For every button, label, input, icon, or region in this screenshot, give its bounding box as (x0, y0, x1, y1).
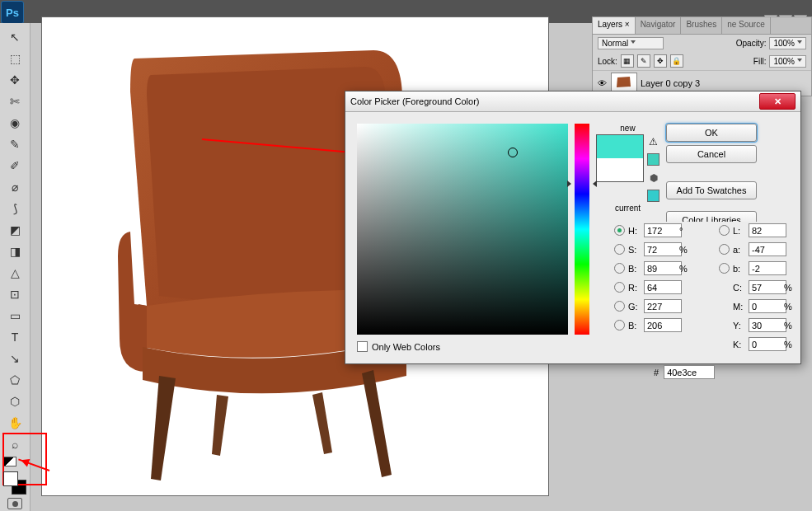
radio-bb[interactable] (614, 320, 625, 331)
radio-b2[interactable] (719, 263, 730, 274)
new-color-swatch[interactable] (597, 135, 643, 158)
tab-brushes[interactable]: Brushes (681, 17, 722, 34)
shape-tool[interactable]: ⬠ (4, 370, 26, 390)
dialog-titlebar[interactable]: Color Picker (Foreground Color) ✕ (345, 91, 800, 112)
close-button[interactable]: ✕ (759, 93, 796, 110)
blend-mode-select[interactable]: Normal (598, 37, 664, 49)
blur-tool[interactable]: △ (4, 263, 26, 283)
input-s[interactable]: 72 (644, 242, 682, 256)
input-bb[interactable]: 206 (644, 318, 682, 332)
fill-label: Fill: (753, 57, 767, 66)
gamut-warning-icon[interactable]: ⚠ (647, 136, 659, 147)
type-tool[interactable]: T (4, 327, 26, 347)
input-c[interactable]: 57 (749, 280, 786, 294)
lock-label: Lock: (598, 57, 617, 66)
history-brush-tool[interactable]: ⟆ (4, 199, 26, 218)
healing-tool[interactable]: ✎ (4, 134, 26, 154)
tab-clone-source[interactable]: ne Source (722, 17, 771, 34)
current-color-swatch[interactable] (597, 158, 643, 181)
input-k[interactable]: 0 (749, 337, 786, 351)
hex-label: # (654, 368, 659, 377)
current-label: current (615, 204, 641, 213)
tab-navigator[interactable]: Navigator (636, 17, 682, 34)
cancel-button[interactable]: Cancel (666, 145, 757, 163)
lock-trans-icon[interactable]: ▦ (621, 54, 634, 68)
hex-input[interactable]: 40e3ce (664, 365, 715, 379)
layers-panel: Layers × Navigator Brushes ne Source Nor… (592, 16, 812, 96)
pen-tool[interactable]: ▭ (4, 306, 26, 326)
path-tool[interactable]: ↘ (4, 349, 26, 368)
3d-tool[interactable]: ⬡ (4, 391, 26, 411)
radio-r[interactable] (614, 282, 625, 293)
input-b2[interactable]: -2 (749, 261, 786, 275)
panel-tabs: Layers × Navigator Brushes ne Source (593, 17, 811, 35)
brush-tool[interactable]: ✐ (4, 156, 26, 176)
new-label: new (620, 124, 635, 133)
quickmask-icon[interactable] (7, 498, 22, 509)
dialog-title: Color Picker (Foreground Color) (350, 96, 759, 106)
clone-tool[interactable]: ⌀ (4, 177, 26, 197)
websafe-swatch[interactable] (647, 190, 659, 202)
gamut-swatch[interactable] (647, 153, 659, 166)
opacity-label: Opacity: (736, 39, 767, 48)
hue-slider[interactable] (575, 124, 589, 335)
input-l[interactable]: 82 (749, 223, 786, 237)
lasso-tool[interactable]: ✥ (4, 70, 26, 90)
input-a[interactable]: -47 (749, 242, 786, 256)
lock-all-icon[interactable]: 🔒 (670, 54, 683, 68)
input-h2[interactable]: 172 (644, 223, 682, 237)
radio-s[interactable] (614, 244, 625, 255)
move-tool[interactable]: ↖ (4, 27, 26, 47)
crop-tool[interactable]: ✄ (4, 91, 26, 111)
websafe-warning-icon[interactable]: ⬢ (647, 172, 659, 183)
saturation-field[interactable] (357, 124, 568, 335)
only-web-colors-checkbox[interactable] (357, 341, 368, 352)
lock-pixels-icon[interactable]: ✎ (637, 54, 650, 68)
layer-name[interactable]: Layer 0 copy 3 (641, 78, 700, 88)
input-y[interactable]: 30 (749, 318, 786, 332)
fill-input[interactable]: 100% (769, 55, 806, 68)
input-m[interactable]: 0 (749, 299, 786, 313)
eyedropper-tool[interactable]: ◉ (4, 113, 26, 133)
app-logo: Ps (1, 1, 24, 24)
eraser-tool[interactable]: ◩ (4, 220, 26, 240)
color-preview (596, 134, 644, 182)
tab-layers[interactable]: Layers × (593, 17, 636, 34)
saturation-marker[interactable] (508, 148, 518, 157)
gradient-tool[interactable]: ◨ (4, 241, 26, 261)
radio-a[interactable] (719, 244, 730, 255)
radio-g[interactable] (614, 301, 625, 312)
only-web-colors-label: Only Web Colors (372, 342, 440, 352)
dodge-tool[interactable]: ⊡ (4, 284, 26, 304)
hand-tool[interactable]: ✋ (4, 413, 26, 433)
radio-bv[interactable] (614, 263, 625, 274)
ok-button[interactable]: OK (666, 124, 757, 142)
lock-pos-icon[interactable]: ✥ (654, 54, 667, 68)
add-swatches-button[interactable]: Add To Swatches (666, 181, 757, 199)
input-g[interactable]: 227 (644, 299, 682, 313)
foreground-color[interactable] (3, 471, 18, 486)
radio-l2[interactable] (719, 225, 730, 236)
input-bv[interactable]: 89 (644, 261, 682, 275)
input-r[interactable]: 64 (644, 280, 682, 294)
visibility-icon[interactable]: 👁 (596, 77, 608, 89)
color-picker-dialog: Color Picker (Foreground Color) ✕ new (345, 91, 801, 364)
radio-h2[interactable] (614, 225, 625, 236)
marquee-tool[interactable]: ⬚ (4, 49, 26, 68)
opacity-input[interactable]: 100% (769, 37, 806, 49)
